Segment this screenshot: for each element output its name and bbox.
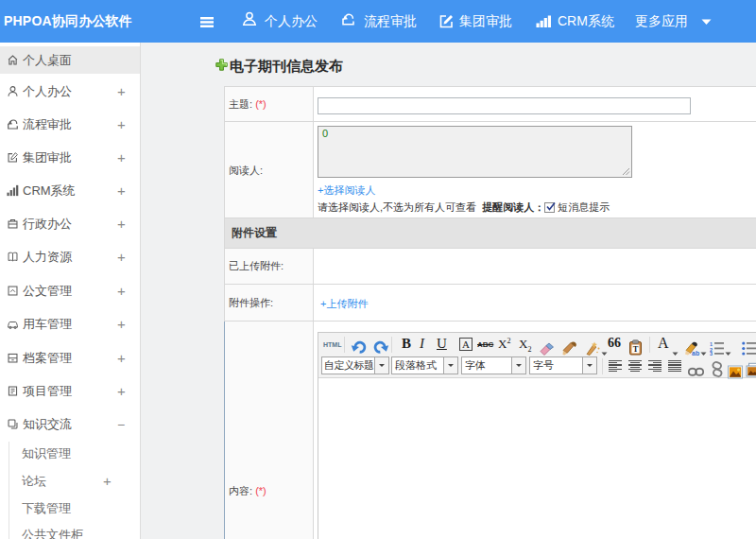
svg-text:T: T: [633, 344, 639, 354]
